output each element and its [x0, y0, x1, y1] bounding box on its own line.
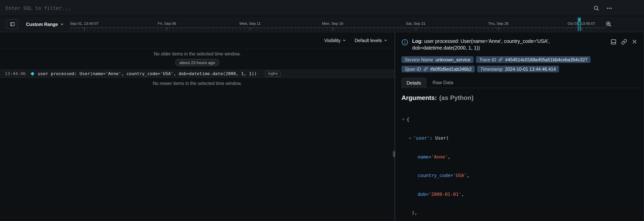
timeline-tick-label: Wed, Sep 11 [239, 21, 260, 25]
levels-label: Default levels [355, 38, 382, 43]
visibility-dropdown[interactable]: Visibility [324, 38, 346, 43]
timeline-tick-label: Sep 01, 13:40:07 [70, 21, 98, 25]
code-line: 'user': User( [402, 134, 637, 142]
detail-title-message: user processed: User(name='Anne', countr… [412, 38, 550, 50]
code-line: name='Anne', [402, 153, 637, 161]
timeline-track[interactable]: Sep 01, 13:40:07 Fri, Sep 06 Wed, Sep 11… [71, 16, 606, 32]
timeline-minor-ticks [71, 28, 606, 30]
link-icon [498, 57, 503, 62]
code-line: ), [402, 209, 637, 217]
log-detail-panel: Log: user processed: User(name='Anne', c… [395, 33, 644, 221]
timeline-tick-label: Thu, Sep 26 [488, 21, 508, 25]
log-list-panel: Visibility Default levels No older items… [0, 33, 394, 221]
log-row[interactable]: 13:44:46 user processed: User(name='Anne… [0, 70, 394, 78]
timeline-selection-brush[interactable] [578, 17, 580, 31]
timestamp-badge: Timestamp2024-10-01 13:44:46.414 [477, 66, 559, 72]
timeline-tick-label: Oct 01, 13:45:07 [568, 21, 596, 25]
log-level-icon [30, 72, 34, 76]
timeline-threshold-line [71, 27, 606, 28]
arguments-qualifier: (as Python) [439, 94, 474, 101]
detail-title: Log: user processed: User(name='Anne', c… [412, 38, 572, 51]
detail-title-kind: Log: [412, 38, 423, 44]
chevron-down-icon [60, 22, 64, 26]
code-line: { [402, 116, 637, 123]
collapse-caret-icon[interactable] [408, 136, 412, 140]
code-line: dob='2000-01-01', [402, 190, 637, 198]
detail-tabs: Details Raw Data [402, 78, 640, 88]
service-name-badge: Service Nameunknown_service [402, 56, 474, 63]
tab-details[interactable]: Details [402, 78, 426, 88]
log-message: user processed: User(name='Anne', countr… [38, 71, 257, 76]
no-newer-items-hint: No newer items in the selected time wind… [0, 81, 394, 86]
span-id-badge[interactable]: Span ID#b0f0d9ed1ab346b2 [402, 66, 475, 72]
sidebar-toggle-button[interactable] [6, 19, 18, 29]
arguments-heading: Arguments:(as Python) [402, 94, 637, 101]
sidebar-panel-icon [10, 22, 15, 27]
timeline-zoom-in-icon[interactable] [606, 21, 612, 27]
chevron-down-icon [342, 38, 346, 42]
timeline-tick-label: Mon, Sep 16 [322, 21, 343, 25]
chevron-down-icon [384, 38, 387, 42]
close-icon[interactable] [632, 39, 637, 44]
trace-id-badge[interactable]: Trace ID#454514c0168a455a51bb4ceba354c32… [476, 56, 591, 63]
metadata-badges: Service Nameunknown_service Trace ID#454… [395, 51, 604, 72]
sql-filter-bar [0, 0, 644, 16]
tab-raw-data[interactable]: Raw Data [428, 78, 458, 88]
timeline-bar: Custom Range Sep 01, 13:40:07 Fri, Sep 0… [0, 16, 644, 32]
log-timestamp: 13:44:46 [5, 71, 26, 76]
link-icon [423, 67, 428, 71]
visibility-label: Visibility [324, 38, 340, 43]
info-level-icon [402, 39, 408, 51]
time-range-label: Custom Range [26, 22, 58, 26]
log-tag-chip[interactable]: logfire [266, 71, 281, 77]
collapse-caret-icon[interactable] [402, 118, 405, 121]
main-split: Visibility Default levels No older items… [0, 33, 644, 221]
more-menu-icon[interactable] [606, 5, 612, 11]
open-in-panel-icon[interactable] [610, 39, 616, 45]
search-icon[interactable] [593, 5, 599, 11]
topbar-actions [593, 0, 612, 16]
timeline-tick-label: Sat, Sep 21 [406, 21, 425, 25]
copy-link-icon[interactable] [621, 39, 627, 45]
code-line: country_code='USA', [402, 172, 637, 179]
sql-filter-input[interactable] [6, 5, 638, 11]
time-ago-badge[interactable]: about 23 hours ago [175, 59, 220, 66]
list-toolbar: Visibility Default levels [0, 33, 394, 48]
detail-body: Arguments:(as Python) { 'user': User( na… [395, 88, 644, 221]
no-older-items-hint: No older items in the selected time wind… [0, 51, 394, 56]
levels-dropdown[interactable]: Default levels [355, 38, 387, 43]
logfire-app: Custom Range Sep 01, 13:40:07 Fri, Sep 0… [0, 0, 644, 221]
timeline-tick-label: Fri, Sep 06 [158, 21, 176, 25]
detail-actions [610, 38, 637, 51]
time-range-selector[interactable]: Custom Range [26, 16, 64, 32]
detail-header: Log: user processed: User(name='Anne', c… [395, 33, 644, 51]
arguments-code-tree: { 'user': User( name='Anne', country_cod… [402, 105, 637, 221]
